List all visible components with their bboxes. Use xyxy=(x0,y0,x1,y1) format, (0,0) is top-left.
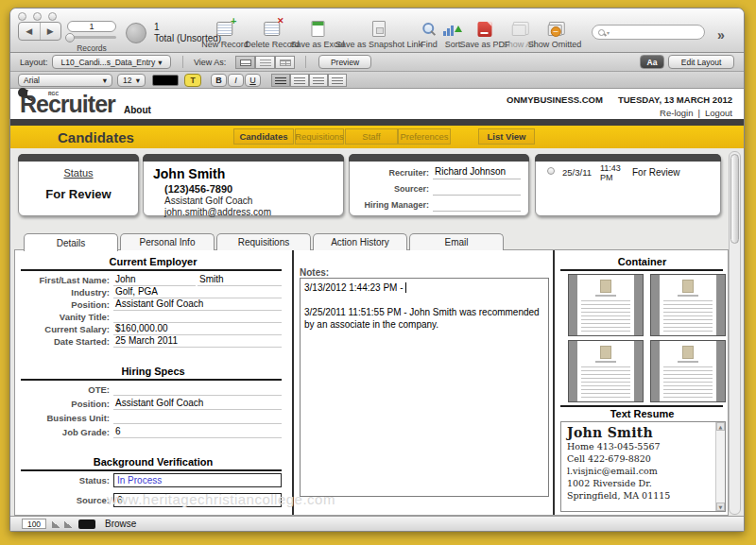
vanity-title-field[interactable] xyxy=(113,311,282,323)
section-rule xyxy=(21,379,282,381)
list-view-icon xyxy=(260,60,271,66)
font-size-select[interactable]: 12 ▾ xyxy=(117,74,146,87)
status-card-label[interactable]: Status xyxy=(19,167,138,179)
position-field[interactable]: Assistant Golf Coach xyxy=(113,298,282,311)
window-close-button[interactable] xyxy=(18,12,26,21)
mode-selector[interactable]: Browse xyxy=(105,519,136,529)
align-left-button[interactable] xyxy=(271,74,290,87)
toolbar-overflow-chevron[interactable]: » xyxy=(717,27,725,43)
record-slider-track[interactable] xyxy=(69,36,116,39)
scroll-up-icon[interactable]: ▲ xyxy=(716,422,725,431)
tab-requisitions-detail[interactable]: Requisitions xyxy=(216,233,311,250)
logo-superscript: RGC xyxy=(48,91,59,96)
align-right-button[interactable] xyxy=(309,74,328,87)
found-set-pie-icon xyxy=(126,23,146,43)
tab-email[interactable]: Email xyxy=(409,233,504,250)
content-scrollbar[interactable] xyxy=(729,151,741,515)
card-header-bar xyxy=(535,154,721,162)
tab-candidates-label: Candidates xyxy=(239,131,287,142)
layout-selector-caret-icon: ▾ xyxy=(158,58,162,67)
view-list-button[interactable] xyxy=(255,56,275,69)
tab-candidates[interactable]: Candidates xyxy=(233,128,294,145)
record-slider-thumb[interactable] xyxy=(65,33,75,43)
tab-requisitions[interactable]: Requisitions xyxy=(295,128,344,145)
toolbar: ◀ ▶ 1 Records 1 Total (Unsorted) New Rec… xyxy=(10,9,744,53)
job-grade-field[interactable]: 6 xyxy=(113,426,282,438)
ote-field[interactable] xyxy=(113,383,282,396)
records-label: Records xyxy=(63,43,120,53)
bg-status-field[interactable]: In Process xyxy=(113,473,282,487)
container-heading: Container xyxy=(558,256,726,267)
record-navigation[interactable]: ◀ ▶ xyxy=(18,22,61,41)
text-resume-field[interactable]: John Smith Home 413-045-5567 Cell 422-67… xyxy=(560,421,726,512)
logout-link[interactable]: Logout xyxy=(705,108,732,118)
last-name-field[interactable]: Smith xyxy=(198,274,282,286)
zoom-out-icon[interactable] xyxy=(52,521,60,528)
resume-thumbnail-1[interactable] xyxy=(568,274,644,336)
notes-label: Notes: xyxy=(300,267,329,278)
text-color-swatch[interactable] xyxy=(152,75,179,86)
resume-line: Springfield, MA 01115 xyxy=(567,489,712,502)
current-record-input[interactable]: 1 xyxy=(67,21,116,32)
hiring-specs-heading: Hiring Specs xyxy=(21,366,285,377)
tab-action-history[interactable]: Action History xyxy=(313,233,407,250)
tab-personal-info[interactable]: Personal Info xyxy=(120,233,215,250)
window-minimize-button[interactable] xyxy=(33,12,42,21)
thumb-caption xyxy=(595,361,616,363)
window-zoom-button[interactable] xyxy=(48,12,57,21)
tab-staff[interactable]: Staff xyxy=(345,128,398,145)
edit-layout-button[interactable]: Edit Layout xyxy=(668,55,734,69)
business-unit-field[interactable] xyxy=(113,412,282,424)
hiring-manager-field[interactable] xyxy=(433,198,521,212)
align-justify-icon xyxy=(332,77,343,85)
notes-line-2: 3/25/2011 11:51:55 PM - John Smith was r… xyxy=(304,306,544,331)
status-toolbar-toggle[interactable] xyxy=(78,519,95,529)
formatting-bar-toggle-button[interactable]: Aa xyxy=(640,55,664,69)
resume-thumbnail-4[interactable] xyxy=(650,340,726,402)
first-name-field[interactable]: John xyxy=(113,274,196,286)
italic-button[interactable]: I xyxy=(228,74,244,87)
tab-details[interactable]: Details xyxy=(24,233,118,251)
date-started-field[interactable]: 25 March 2011 xyxy=(113,335,282,348)
resume-thumbnail-2[interactable] xyxy=(650,274,726,336)
next-record-icon[interactable]: ▶ xyxy=(41,23,61,40)
tab-preferences[interactable]: Preferences xyxy=(398,128,451,145)
view-as-label: View As: xyxy=(194,58,226,67)
align-center-button[interactable] xyxy=(290,74,309,87)
find-button[interactable]: Find xyxy=(421,20,438,49)
resume-thumbnail-3[interactable] xyxy=(568,340,644,402)
zoom-level-field[interactable]: 100 xyxy=(22,519,46,529)
relogin-link[interactable]: Re-login xyxy=(660,108,693,118)
layout-selector[interactable]: L10_Candi...s_Data_Entry ▾ xyxy=(52,55,171,69)
history-radio-button[interactable] xyxy=(547,167,555,175)
align-justify-button[interactable] xyxy=(328,74,347,87)
preview-button[interactable]: Preview xyxy=(318,55,371,69)
notes-field[interactable]: 3/13/2012 1:44:23 PM - 3/25/2011 11:51:5… xyxy=(300,278,549,497)
current-salary-field[interactable]: $160,000.00 xyxy=(113,323,282,335)
watermark-text: www.heritagechristiancollege.com xyxy=(107,491,335,507)
quick-find-input[interactable]: ▾ xyxy=(592,25,705,40)
zoom-in-icon[interactable] xyxy=(64,521,73,528)
show-omitted-button[interactable]: Show Omitted xyxy=(528,20,582,49)
list-view-label: List View xyxy=(487,131,525,142)
new-record-button[interactable]: New Record xyxy=(201,20,249,49)
sourcer-field[interactable] xyxy=(433,182,521,196)
prev-record-icon[interactable]: ◀ xyxy=(19,23,41,40)
about-link[interactable]: About xyxy=(124,105,151,115)
bold-button[interactable]: B xyxy=(211,74,227,87)
view-form-button[interactable] xyxy=(235,56,255,69)
recruiter-field[interactable]: Richard Johnson xyxy=(433,166,521,179)
underline-button[interactable]: U xyxy=(245,74,261,87)
industry-field[interactable]: Golf, PGA xyxy=(113,286,282,298)
hiring-position-field[interactable]: Assistant Golf Coach xyxy=(113,398,282,410)
highlight-color-button[interactable]: T xyxy=(184,74,201,87)
save-as-snapshot-link-button[interactable]: Save as Snapshot Link xyxy=(335,20,422,49)
status-history-card: 25/3/11 11:43 PM For Review xyxy=(535,154,721,216)
list-view-button[interactable]: List View xyxy=(478,128,535,145)
history-time: 11:43 xyxy=(600,163,621,173)
resume-scrollbar[interactable]: ▲ ▼ xyxy=(715,422,725,511)
font-family-select[interactable]: Arial ▾ xyxy=(18,74,112,87)
view-table-button[interactable] xyxy=(275,56,295,69)
scroll-down-icon[interactable]: ▼ xyxy=(716,502,725,511)
content-scrollbar-thumb[interactable] xyxy=(730,154,739,244)
